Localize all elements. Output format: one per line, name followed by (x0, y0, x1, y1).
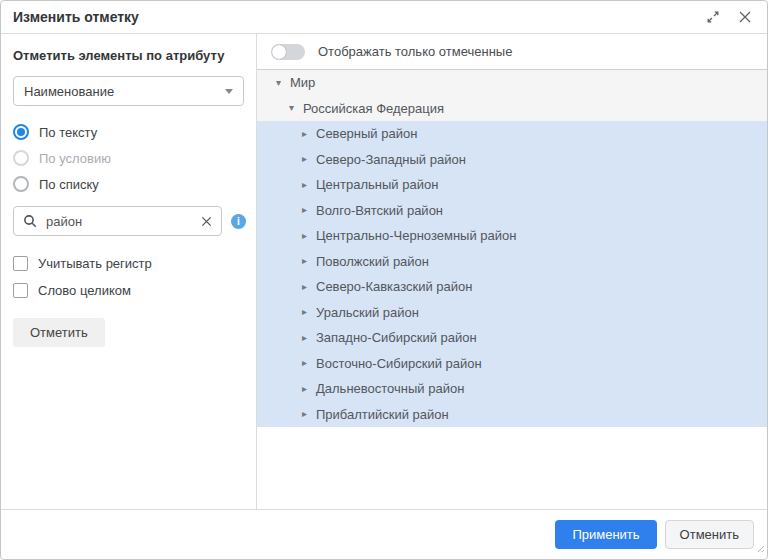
apply-button[interactable]: Применить (555, 520, 656, 549)
radio-label: По условию (39, 151, 111, 166)
change-mark-dialog: Изменить отметку Отметить элементы по ат… (0, 0, 768, 560)
close-icon[interactable] (737, 9, 753, 25)
tree-item-label: Дальневосточный район (316, 381, 464, 396)
tree-item-label: Восточно-Сибирский район (316, 356, 482, 371)
radio-option[interactable]: По списку (13, 171, 244, 197)
filter-panel-header: Отметить элементы по атрибуту (13, 48, 244, 63)
chevron-right-icon[interactable]: ▸ (299, 307, 310, 317)
search-row: i (13, 206, 244, 236)
tree-item[interactable]: ▸Северо-Западный район (257, 147, 767, 173)
search-box[interactable] (13, 206, 222, 236)
tree-item-label: Западно-Сибирский район (316, 330, 477, 345)
cancel-button[interactable]: Отменить (665, 520, 754, 549)
tree-item[interactable]: ▾Мир (257, 70, 767, 96)
chevron-right-icon[interactable]: ▸ (299, 282, 310, 292)
tree-item[interactable]: ▸Восточно-Сибирский район (257, 351, 767, 377)
chevron-down-icon[interactable]: ▾ (286, 103, 297, 113)
tree-item-label: Центрально-Черноземный район (316, 228, 516, 243)
tree-item[interactable]: ▸Уральский район (257, 300, 767, 326)
tree-item[interactable]: ▸Поволжский район (257, 249, 767, 275)
dialog-titlebar: Изменить отметку (1, 1, 767, 34)
attribute-dropdown-value: Наименование (24, 84, 114, 99)
mark-button[interactable]: Отметить (13, 318, 105, 347)
radio-icon[interactable] (13, 150, 29, 166)
titlebar-icons (705, 9, 753, 25)
dialog-title: Изменить отметку (13, 9, 139, 25)
radio-icon[interactable] (13, 176, 29, 192)
tree-item-label: Северо-Кавказский район (316, 279, 472, 294)
radio-dot (17, 128, 25, 136)
chevron-right-icon[interactable]: ▸ (299, 256, 310, 266)
tree-item-label: Прибалтийский район (316, 407, 449, 422)
tree-item-label: Северо-Западный район (316, 152, 466, 167)
region-tree: ▾Мир▾Российская Федерация▸Северный район… (257, 70, 767, 509)
filter-panel: Отметить элементы по атрибуту Наименован… (1, 34, 257, 509)
radio-option[interactable]: По тексту (13, 119, 244, 145)
chevron-right-icon[interactable]: ▸ (299, 384, 310, 394)
radio-selected-icon[interactable] (13, 124, 29, 140)
tree-item-label: Центральный район (316, 177, 438, 192)
checkbox-icon[interactable] (13, 256, 28, 271)
chevron-right-icon[interactable]: ▸ (299, 333, 310, 343)
chevron-right-icon[interactable]: ▸ (299, 129, 310, 139)
chevron-right-icon[interactable]: ▸ (299, 180, 310, 190)
tree-item[interactable]: ▾Российская Федерация (257, 96, 767, 122)
chevron-right-icon[interactable]: ▸ (299, 205, 310, 215)
tree-item[interactable]: ▸Дальневосточный район (257, 376, 767, 402)
search-input[interactable] (44, 213, 194, 230)
chevron-right-icon[interactable]: ▸ (299, 409, 310, 419)
info-icon[interactable]: i (231, 214, 246, 229)
tree-item-label: Волго-Вятский район (316, 203, 443, 218)
attribute-dropdown[interactable]: Наименование (13, 76, 244, 106)
checkbox-label: Слово целиком (38, 283, 131, 298)
clear-search-icon[interactable] (201, 216, 212, 227)
dialog-body: Отметить элементы по атрибуту Наименован… (1, 34, 767, 509)
chevron-down-icon (225, 89, 233, 94)
tree-item-label: Уральский район (316, 305, 419, 320)
tree-panel: Отображать только отмеченные ▾Мир▾Россий… (257, 34, 767, 509)
radio-label: По списку (39, 177, 99, 192)
tree-item[interactable]: ▸Центральный район (257, 172, 767, 198)
show-marked-toggle-row: Отображать только отмеченные (257, 34, 767, 70)
radio-label: По тексту (39, 125, 97, 140)
chevron-down-icon[interactable]: ▾ (273, 78, 284, 88)
checkbox-option[interactable]: Учитывать регистр (13, 250, 244, 277)
search-options-group: Учитывать регистрСлово целиком (13, 250, 244, 304)
chevron-right-icon[interactable]: ▸ (299, 358, 310, 368)
tree-item[interactable]: ▸Северо-Кавказский район (257, 274, 767, 300)
tree-item-label: Мир (290, 75, 315, 90)
tree-item-label: Российская Федерация (303, 101, 444, 116)
checkbox-option[interactable]: Слово целиком (13, 277, 244, 304)
search-icon (23, 214, 37, 228)
tree-item[interactable]: ▸Западно-Сибирский район (257, 325, 767, 351)
dialog-footer: Применить Отменить (1, 509, 767, 559)
tree-item[interactable]: ▸Волго-Вятский район (257, 198, 767, 224)
tree-item[interactable]: ▸Северный район (257, 121, 767, 147)
tree-item[interactable]: ▸Прибалтийский район (257, 402, 767, 428)
checkbox-label: Учитывать регистр (38, 256, 152, 271)
chevron-right-icon[interactable]: ▸ (299, 154, 310, 164)
checkbox-icon[interactable] (13, 283, 28, 298)
show-marked-toggle[interactable] (271, 44, 305, 60)
mode-radio-group: По текстуПо условиюПо списку (13, 119, 244, 197)
toggle-knob (272, 45, 286, 59)
resize-grip-icon[interactable] (756, 539, 765, 557)
tree-item-label: Поволжский район (316, 254, 429, 269)
show-marked-toggle-label: Отображать только отмеченные (318, 44, 512, 59)
chevron-right-icon[interactable]: ▸ (299, 231, 310, 241)
expand-icon[interactable] (705, 9, 721, 25)
radio-option[interactable]: По условию (13, 145, 244, 171)
tree-item-label: Северный район (316, 126, 417, 141)
tree-item[interactable]: ▸Центрально-Черноземный район (257, 223, 767, 249)
